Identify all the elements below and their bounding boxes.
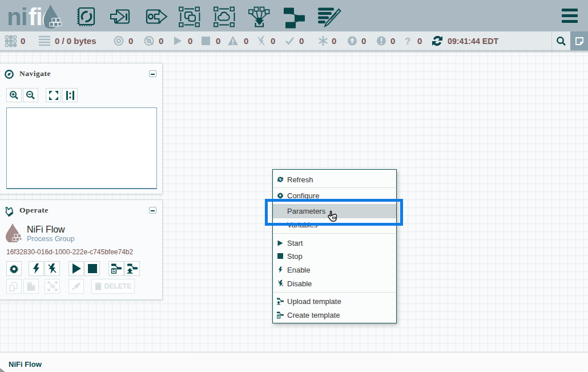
svg-text:0: 0 xyxy=(361,36,366,46)
svg-text:?: ? xyxy=(405,36,410,47)
svg-text:fi: fi xyxy=(29,5,42,29)
svg-text:0 / 0 bytes: 0 / 0 bytes xyxy=(55,36,96,46)
svg-text:0: 0 xyxy=(417,36,422,46)
svg-text:0: 0 xyxy=(332,36,336,46)
svg-text:0: 0 xyxy=(159,36,163,46)
svg-text:09:41:44 EDT: 09:41:44 EDT xyxy=(448,37,498,46)
svg-text:0: 0 xyxy=(128,36,133,46)
svg-text:ni: ni xyxy=(8,5,27,29)
svg-text:0: 0 xyxy=(244,36,248,46)
svg-text:0: 0 xyxy=(299,36,304,46)
svg-text:0: 0 xyxy=(271,36,275,46)
svg-text:0: 0 xyxy=(390,36,395,46)
svg-text:0: 0 xyxy=(216,36,220,46)
svg-text:0: 0 xyxy=(21,36,25,46)
svg-text:0: 0 xyxy=(188,36,192,46)
